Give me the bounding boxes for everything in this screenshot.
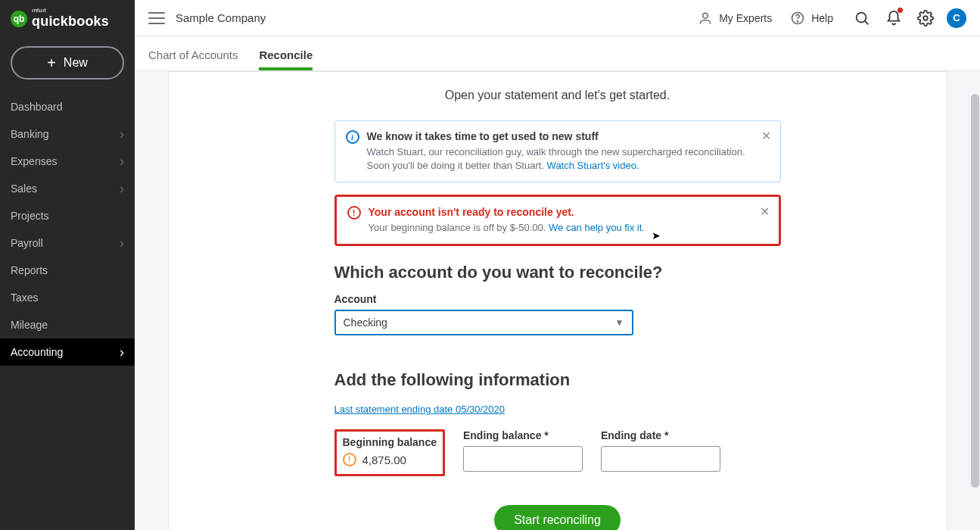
ending-balance-input[interactable]: [463, 446, 583, 472]
avatar[interactable]: C: [947, 8, 966, 28]
sidebar-item-taxes[interactable]: Taxes: [0, 284, 135, 311]
settings-button[interactable]: [915, 8, 936, 29]
reconcile-card: Open your statement and let's get starte…: [168, 71, 947, 530]
warning-icon: !: [343, 453, 356, 466]
sidebar-item-label: Payroll: [11, 237, 43, 249]
start-reconciling-button[interactable]: Start reconciling: [494, 505, 621, 530]
account-select-value: Checking: [344, 316, 387, 329]
add-info-heading: Add the following information: [334, 370, 781, 390]
error-icon: !: [347, 206, 361, 220]
last-statement-link[interactable]: Last statement ending date 05/30/2020: [334, 404, 506, 415]
tab-reconcile[interactable]: Reconcile: [259, 48, 313, 70]
sidebar-item-dashboard[interactable]: Dashboard: [0, 93, 135, 120]
beginning-balance-group: Beginning balance ! 4,875.00: [334, 429, 445, 476]
account-select[interactable]: Checking ▼: [334, 310, 633, 335]
sidebar-item-label: Expenses: [11, 155, 57, 167]
ending-date-input[interactable]: [601, 446, 720, 472]
new-button-label: New: [64, 56, 88, 70]
scrollbar-thumb[interactable]: [971, 94, 979, 488]
error-alert-body: Your beginning balance is off by $-50.00…: [369, 221, 751, 235]
sidebar-item-label: Banking: [11, 128, 49, 140]
svg-point-4: [923, 16, 928, 20]
search-button[interactable]: [851, 8, 873, 29]
chevron-down-icon: ▼: [615, 317, 624, 328]
lead-text: Open your statement and let's get starte…: [334, 72, 781, 120]
scrollbar[interactable]: [970, 71, 980, 530]
main: Sample Company My Experts Help C Chart o…: [135, 0, 980, 530]
plus-icon: +: [47, 55, 56, 70]
fix-it-link[interactable]: We can help you fix it: [549, 222, 642, 233]
hamburger-icon[interactable]: [148, 12, 165, 24]
logo-intuit-text: ıntuıt: [32, 8, 109, 14]
error-alert-title: Your account isn't ready to reconcile ye…: [369, 206, 751, 218]
logo: qb ıntuıt quickbooks: [0, 8, 135, 40]
gear-icon: [917, 10, 934, 26]
info-alert-title: We know it takes time to get used to new…: [367, 130, 753, 142]
sidebar-item-sales[interactable]: Sales›: [0, 175, 135, 202]
search-icon: [854, 10, 870, 26]
new-button[interactable]: + New: [11, 46, 124, 80]
logo-badge-icon: qb: [11, 11, 27, 27]
chevron-right-icon: ›: [120, 344, 124, 360]
sidebar-item-mileage[interactable]: Mileage: [0, 311, 135, 338]
notifications-button[interactable]: [883, 8, 904, 29]
sidebar-item-payroll[interactable]: Payroll›: [0, 229, 135, 257]
chevron-right-icon: ›: [120, 154, 124, 170]
ending-balance-group: Ending balance *: [463, 429, 583, 476]
ending-date-label: Ending date *: [601, 429, 720, 441]
sidebar-item-projects[interactable]: Projects: [0, 202, 135, 229]
chevron-right-icon: ›: [120, 181, 124, 197]
subtabs: Chart of AccountsReconcile: [135, 36, 980, 71]
sidebar-item-banking[interactable]: Banking›: [0, 120, 135, 148]
help-label: Help: [811, 12, 833, 24]
ending-balance-label: Ending balance *: [463, 429, 583, 441]
account-label: Account: [334, 293, 781, 305]
beginning-balance-value: 4,875.00: [362, 454, 406, 466]
sidebar-item-label: Sales: [11, 182, 37, 195]
sidebar-item-expenses[interactable]: Expenses›: [0, 148, 135, 175]
help-button[interactable]: Help: [790, 11, 833, 26]
sidebar: qb ıntuıt quickbooks + New DashboardBank…: [0, 0, 135, 530]
topbar: Sample Company My Experts Help C: [135, 0, 980, 36]
info-icon: i: [346, 130, 359, 144]
person-icon: [698, 11, 713, 26]
close-icon[interactable]: ✕: [760, 204, 770, 219]
svg-point-3: [857, 12, 866, 22]
company-name: Sample Company: [176, 11, 266, 24]
svg-point-2: [798, 20, 798, 21]
sidebar-item-label: Reports: [11, 264, 48, 276]
ending-date-group: Ending date *: [601, 429, 720, 476]
svg-point-0: [703, 13, 708, 18]
help-icon: [790, 11, 805, 26]
sidebar-nav: DashboardBanking›Expenses›Sales›Projects…: [0, 93, 135, 366]
sidebar-item-label: Accounting: [11, 346, 63, 358]
tab-chart-of-accounts[interactable]: Chart of Accounts: [148, 48, 238, 70]
info-alert: i ✕ We know it takes time to get used to…: [334, 120, 781, 182]
sidebar-item-accounting[interactable]: Accounting›: [0, 338, 135, 366]
info-alert-body: Watch Stuart, our reconciliation guy, wa…: [367, 145, 753, 173]
question-heading: Which account do you want to reconcile?: [334, 263, 781, 282]
content-area: Open your statement and let's get starte…: [135, 71, 980, 530]
sidebar-item-label: Projects: [11, 210, 49, 222]
sidebar-item-label: Dashboard: [11, 101, 63, 113]
sidebar-item-label: Taxes: [11, 292, 39, 304]
my-experts-button[interactable]: My Experts: [698, 11, 772, 26]
watch-video-link[interactable]: Watch Stuart's video: [547, 160, 636, 171]
close-icon[interactable]: ✕: [761, 129, 771, 143]
chevron-right-icon: ›: [120, 126, 124, 142]
beginning-balance-label: Beginning balance: [343, 436, 437, 448]
sidebar-item-label: Mileage: [11, 319, 48, 331]
logo-product-text: quickbooks: [32, 14, 109, 30]
notification-dot-icon: [898, 8, 903, 13]
chevron-right-icon: ›: [120, 235, 124, 251]
my-experts-label: My Experts: [719, 12, 772, 24]
sidebar-item-reports[interactable]: Reports: [0, 257, 135, 284]
error-alert: ! ✕ Your account isn't ready to reconcil…: [334, 195, 781, 246]
